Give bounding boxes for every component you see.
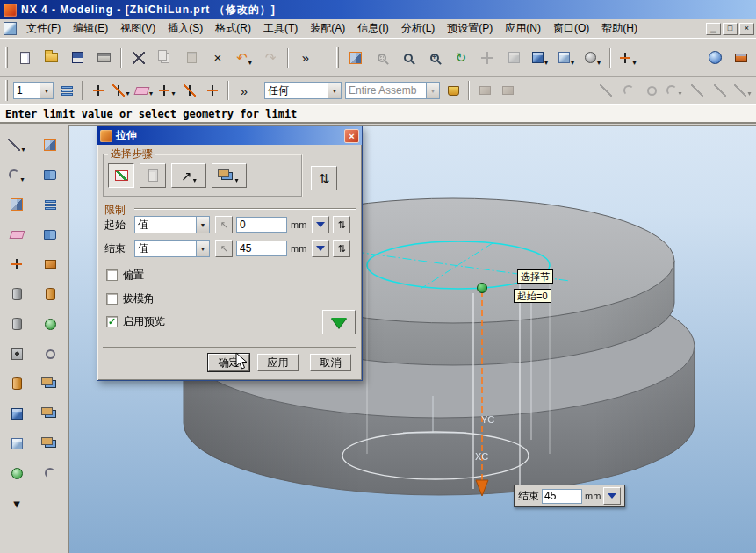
shaded-view-icon[interactable]: [528, 46, 552, 70]
datum-csys-icon[interactable]: [156, 80, 177, 101]
end-mode-combo[interactable]: 值▼: [134, 240, 210, 257]
resource-bar-icon[interactable]: [729, 46, 753, 70]
web-browser-icon[interactable]: [702, 46, 727, 70]
end-reverse-button[interactable]: ⇅: [333, 240, 350, 257]
cut-icon[interactable]: [126, 46, 151, 70]
revolve-icon[interactable]: [4, 312, 29, 336]
window-titlebar[interactable]: NX 4 - Modeling - [ZhiChiLun.prt （修改的）]: [0, 0, 756, 19]
expressions-icon[interactable]: [38, 162, 62, 187]
arc-icon[interactable]: [4, 162, 29, 187]
start-options-button[interactable]: [312, 216, 329, 233]
end-value-input[interactable]: [236, 241, 287, 256]
delete-icon[interactable]: ×: [205, 46, 230, 70]
assembly-navigator-icon[interactable]: [38, 222, 62, 247]
end-limit-options-button[interactable]: [603, 487, 621, 505]
profile-line-icon[interactable]: [4, 133, 29, 157]
child-close-button[interactable]: ×: [739, 23, 754, 35]
ok-button[interactable]: 确定: [208, 354, 249, 371]
sketch-icon[interactable]: [4, 192, 29, 217]
snap-point-icon[interactable]: [616, 46, 640, 70]
menu-file[interactable]: 文件(F): [20, 18, 67, 39]
boolean-button[interactable]: [212, 163, 247, 188]
fit-view-icon[interactable]: [343, 46, 368, 70]
menu-preferences[interactable]: 预设置(P): [441, 18, 499, 39]
selection-filter-combo[interactable]: 任何▼: [264, 82, 342, 99]
orient-wcs-icon[interactable]: [202, 80, 223, 101]
section-select-button[interactable]: [108, 163, 134, 188]
toolbar-grip[interactable]: [5, 80, 8, 101]
end-limit-row: 结束 值▼ ↖ mm ⇅: [104, 239, 350, 258]
datum-csys-icon[interactable]: [4, 252, 29, 276]
datum-plane-icon[interactable]: [133, 80, 155, 101]
sphere-primitive-icon[interactable]: [38, 312, 62, 336]
end-limit-value-input[interactable]: [542, 489, 582, 504]
point-constructor-icon[interactable]: [88, 80, 109, 101]
new-file-icon[interactable]: [12, 46, 37, 70]
datum-axis-icon[interactable]: [111, 80, 132, 101]
draft-checkbox[interactable]: [106, 293, 118, 305]
datum-plane-icon[interactable]: [4, 222, 29, 247]
boss-icon[interactable]: [4, 371, 29, 396]
child-restore-button[interactable]: □: [723, 23, 738, 35]
dialog-titlebar[interactable]: 拉伸 ×: [97, 126, 362, 145]
copy-icon: [153, 46, 177, 70]
start-value-input[interactable]: [236, 217, 287, 233]
apply-button[interactable]: 应用: [257, 354, 299, 371]
work-layer-combo[interactable]: 1▼: [13, 82, 54, 99]
toolbar-grip[interactable]: [5, 47, 8, 68]
child-minimize-button[interactable]: ▁: [706, 23, 721, 35]
start-reverse-button[interactable]: ⇅: [333, 216, 350, 233]
offset-checkbox[interactable]: [106, 269, 118, 281]
undo-icon[interactable]: ↶: [232, 46, 256, 70]
hole-icon[interactable]: [4, 341, 29, 366]
toolbar-grip[interactable]: [336, 47, 339, 68]
toolbar-overflow-chevron[interactable]: »: [234, 80, 255, 101]
reverse-direction-button[interactable]: ⇅: [311, 166, 337, 190]
more-features-chevron[interactable]: ▾: [4, 491, 29, 515]
menu-format[interactable]: 格式(R): [209, 18, 257, 39]
cancel-button[interactable]: 取消: [310, 354, 351, 371]
preview-checkbox[interactable]: ✓: [106, 316, 118, 327]
render-style-icon[interactable]: [580, 46, 605, 70]
menu-insert[interactable]: 插入(S): [162, 18, 209, 39]
rotate-view-icon[interactable]: ↻: [449, 46, 473, 70]
direction-button[interactable]: ↗: [171, 163, 206, 188]
menu-window[interactable]: 窗口(O): [547, 18, 595, 39]
menu-information[interactable]: 信息(I): [351, 18, 394, 39]
task-sketch-icon[interactable]: [38, 133, 62, 157]
sphere-icon[interactable]: [4, 461, 29, 485]
menu-help[interactable]: 帮助(H): [595, 18, 644, 39]
menu-analysis[interactable]: 分析(L): [395, 18, 442, 39]
extrude-icon[interactable]: [4, 282, 29, 306]
show-preview-button[interactable]: [322, 310, 356, 334]
save-icon[interactable]: [65, 46, 90, 70]
wcs-dynamics-icon[interactable]: [179, 80, 200, 101]
dialog-close-button[interactable]: ×: [344, 129, 359, 143]
edge-blend-icon[interactable]: [38, 461, 62, 485]
block-icon[interactable]: [38, 252, 62, 276]
layer-settings-icon[interactable]: [56, 80, 77, 101]
pad-icon[interactable]: [4, 431, 29, 456]
zoom-in-out-icon[interactable]: [422, 46, 447, 70]
start-mode-combo[interactable]: 值▼: [134, 216, 210, 233]
part-navigator-icon[interactable]: [38, 192, 62, 217]
unite-icon[interactable]: [38, 371, 62, 396]
print-icon[interactable]: [91, 46, 116, 70]
end-options-button[interactable]: [312, 240, 329, 257]
toolbar-overflow-chevron[interactable]: »: [293, 46, 318, 70]
menu-assemblies[interactable]: 装配(A): [304, 18, 351, 39]
menu-tools[interactable]: 工具(T): [257, 18, 304, 39]
edit-object-display-icon[interactable]: [443, 80, 464, 101]
part-window-icon[interactable]: [4, 22, 17, 35]
display-mode-icon[interactable]: [554, 46, 579, 70]
cylinder-icon[interactable]: [38, 282, 62, 306]
cone-icon[interactable]: [38, 341, 62, 366]
menu-application[interactable]: 应用(N): [499, 18, 547, 39]
zoom-icon[interactable]: [396, 46, 421, 70]
menu-edit[interactable]: 编辑(E): [67, 18, 114, 39]
open-file-icon[interactable]: [39, 46, 63, 70]
intersect-icon[interactable]: [38, 431, 62, 456]
pocket-icon[interactable]: [4, 401, 29, 426]
subtract-icon[interactable]: [38, 401, 62, 426]
menu-view[interactable]: 视图(V): [114, 18, 162, 39]
